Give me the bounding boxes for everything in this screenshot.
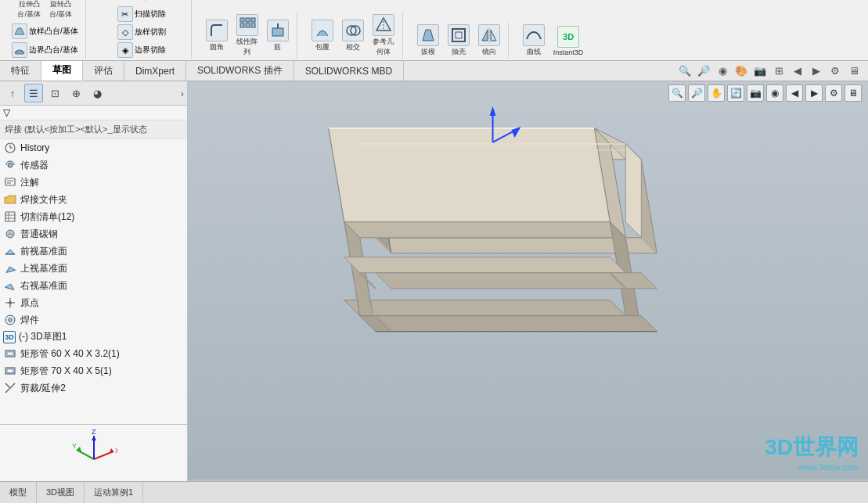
tree-item-material[interactable]: 普通碳钢 bbox=[0, 225, 187, 243]
tab-sketch[interactable]: 草图 bbox=[41, 61, 83, 81]
svg-rect-49 bbox=[7, 352, 13, 355]
shell-btn[interactable]: 抽壳 bbox=[445, 23, 473, 59]
revolve-boss-btn[interactable]: 旋转凸台/基体 bbox=[46, 0, 76, 21]
svg-marker-40 bbox=[5, 250, 15, 254]
tree-item-front-plane[interactable]: 前视基准面 bbox=[0, 243, 187, 260]
tree-item-history[interactable]: History bbox=[0, 139, 187, 156]
vp-display-btn[interactable]: 🖥 bbox=[845, 84, 862, 102]
ribbon-shell-row: 拔模 抽壳 镜向 bbox=[414, 23, 503, 59]
fillet-btn[interactable]: 圆角 bbox=[203, 13, 231, 59]
vp-zoom-btn[interactable]: 🔎 bbox=[688, 84, 705, 102]
hole-wizard-label: 异型孔向导 bbox=[131, 0, 152, 2]
tree-item-weld-folder[interactable]: 焊接文件夹 bbox=[0, 191, 187, 208]
svg-rect-23 bbox=[452, 29, 465, 41]
linear-pattern-icon bbox=[236, 14, 258, 36]
rib-btn[interactable]: 筋 bbox=[264, 13, 292, 59]
tree-item-3d-sketch[interactable]: 3D (-) 3D草图1 bbox=[0, 329, 187, 345]
wrap-btn[interactable]: 包覆 bbox=[308, 13, 337, 59]
tree-item-weldment[interactable]: 焊件 bbox=[0, 311, 187, 329]
tab-features[interactable]: 特征 bbox=[0, 61, 41, 81]
intersect-label: 相交 bbox=[346, 42, 360, 52]
forward-icon[interactable]: ▶ bbox=[809, 63, 824, 79]
viewport[interactable]: 🔍 🔎 ✋ 🔄 📷 ◉ ◀ ▶ ⚙ 🖥 bbox=[188, 81, 868, 481]
vp-render-btn[interactable]: ◉ bbox=[766, 84, 783, 102]
tree-item-trim[interactable]: 剪裁/延伸2 bbox=[0, 379, 187, 397]
window-icon[interactable]: ⊞ bbox=[771, 63, 787, 79]
curves-icon bbox=[523, 24, 545, 46]
lp-pie-btn[interactable]: ◕ bbox=[88, 84, 106, 102]
revolve-cut-btn[interactable]: 旋转切除 bbox=[158, 0, 186, 4]
tree-item-sensor[interactable]: 传感器 bbox=[0, 156, 187, 174]
extrude-boss-btn[interactable]: 拉伸凸台/基体 bbox=[14, 0, 44, 21]
3d-sketch-label: (-) 3D草图1 bbox=[19, 330, 67, 343]
hole-wizard-btn[interactable]: 异型孔向导 bbox=[128, 0, 156, 4]
bottom-tab-motion[interactable]: 运动算例1 bbox=[85, 482, 143, 503]
curves-btn[interactable]: 曲线 bbox=[520, 23, 548, 59]
sweep-btn[interactable]: 扫描 bbox=[97, 0, 125, 4]
ribbon-sub-row-2: 边界凸台/基体 bbox=[9, 41, 81, 59]
search-icon[interactable]: 🔍 bbox=[677, 63, 693, 79]
vp-pan-btn[interactable]: ✋ bbox=[708, 84, 725, 102]
vp-view-btn[interactable]: 📷 bbox=[747, 84, 764, 102]
tab-evaluate[interactable]: 评估 bbox=[83, 61, 124, 81]
tree-item-rect-tube-1[interactable]: 矩形管 60 X 40 X 3.2(1) bbox=[0, 345, 187, 362]
ref-geometry-icon bbox=[373, 14, 394, 36]
fillet-icon bbox=[206, 20, 228, 41]
lp-arrow-btn[interactable]: ↑ bbox=[3, 84, 22, 102]
top-plane-label: 上视基准面 bbox=[20, 262, 67, 275]
panel-divider bbox=[0, 424, 187, 425]
front-plane-label: 前视基准面 bbox=[20, 245, 67, 258]
vp-rotate-btn[interactable]: 🔄 bbox=[727, 84, 744, 102]
bottom-bar: 模型 3D视图 运动算例1 bbox=[0, 481, 868, 503]
vp-search-btn[interactable]: 🔍 bbox=[668, 84, 686, 102]
front-plane-icon bbox=[3, 244, 17, 258]
tree-item-right-plane[interactable]: 右视基准面 bbox=[0, 277, 187, 294]
tab-sw-plugins[interactable]: SOLIDWORKS 插件 bbox=[186, 61, 294, 81]
svg-marker-94 bbox=[625, 144, 641, 238]
svg-marker-43 bbox=[5, 283, 15, 290]
display-icon[interactable]: 🖥 bbox=[846, 63, 862, 79]
svg-point-46 bbox=[9, 301, 12, 304]
boundary-cut-btn[interactable]: ◈ 边界切除 bbox=[115, 41, 168, 59]
lp-properties-btn[interactable]: ⊡ bbox=[45, 84, 64, 102]
loft-boss-btn[interactable]: 放样凸台/基体 bbox=[9, 23, 81, 40]
vp-fwd-btn[interactable]: ▶ bbox=[805, 84, 823, 102]
annotation-label: 注解 bbox=[20, 176, 39, 189]
tree-item-top-plane[interactable]: 上视基准面 bbox=[0, 260, 187, 277]
ribbon-group-curves: 曲线 3D Instant3D bbox=[515, 23, 592, 59]
ref-geometry-btn[interactable]: 参考几何体 bbox=[369, 13, 398, 59]
tree-item-annotation[interactable]: 注解 bbox=[0, 174, 187, 191]
loft-cut-btn[interactable]: ◇ 放样切割 bbox=[115, 23, 168, 41]
svg-rect-15 bbox=[251, 23, 255, 27]
tree-item-rect-tube-2[interactable]: 矩形管 70 X 40 X 5(1) bbox=[0, 362, 187, 379]
back-icon[interactable]: ◀ bbox=[790, 63, 805, 79]
zoom-icon[interactable]: 🔎 bbox=[696, 63, 711, 79]
lp-expand-btn[interactable]: › bbox=[181, 88, 184, 99]
vp-settings-btn[interactable]: ⚙ bbox=[825, 84, 842, 102]
tab-sw-mbd[interactable]: SOLIDWORKS MBD bbox=[294, 61, 404, 81]
linear-pattern-btn[interactable]: 线性阵列 bbox=[233, 13, 261, 59]
vp-back-btn[interactable]: ◀ bbox=[786, 84, 803, 102]
tree-item-origin[interactable]: 原点 bbox=[0, 294, 187, 311]
bottom-tab-3dview[interactable]: 3D视图 bbox=[37, 482, 85, 503]
tree-item-cut-list[interactable]: 切割清单(12) bbox=[0, 208, 187, 225]
instant3d-btn[interactable]: 3D Instant3D bbox=[550, 23, 587, 59]
render-icon[interactable]: 🎨 bbox=[733, 63, 749, 79]
mirror-btn[interactable]: 镜向 bbox=[475, 23, 503, 59]
svg-rect-16 bbox=[272, 28, 283, 36]
tab-dimxpert[interactable]: DimXpert bbox=[124, 61, 186, 81]
view-icon[interactable]: ◉ bbox=[715, 63, 730, 79]
draft-btn[interactable]: 拔模 bbox=[414, 23, 442, 59]
sweep-cut-btn[interactable]: ✂ 扫描切除 bbox=[115, 5, 168, 23]
bottom-tab-model[interactable]: 模型 bbox=[0, 482, 37, 503]
settings-icon[interactable]: ⚙ bbox=[827, 63, 843, 79]
intersect-btn[interactable]: 相交 bbox=[339, 13, 367, 59]
lp-crosshair-btn[interactable]: ⊕ bbox=[67, 84, 85, 102]
ribbon-group-modify: 圆角 线性阵列 筋 bbox=[198, 13, 297, 59]
cut-list-icon bbox=[3, 210, 17, 224]
svg-rect-14 bbox=[246, 23, 250, 27]
boundary-boss-btn[interactable]: 边界凸台/基体 bbox=[9, 41, 81, 59]
lp-list-btn[interactable]: ☰ bbox=[24, 84, 43, 102]
camera-icon[interactable]: 📷 bbox=[752, 63, 768, 79]
extrude-boss-label: 拉伸凸台/基体 bbox=[17, 0, 41, 20]
